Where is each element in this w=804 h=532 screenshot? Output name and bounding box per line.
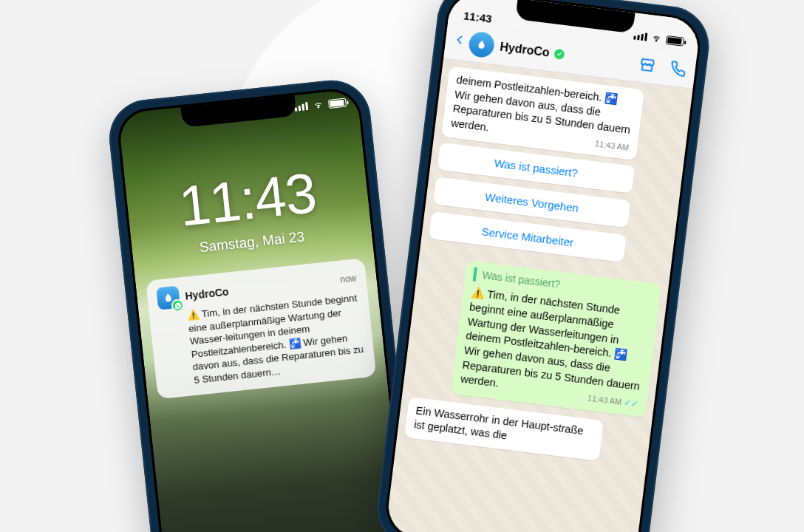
phone-call-icon[interactable] [669, 60, 687, 78]
message-timestamp: 11:43 AM✓✓ [587, 392, 639, 411]
cellular-icon [293, 100, 309, 115]
notification-timestamp: now [340, 273, 357, 284]
status-indicators [293, 96, 347, 115]
back-button[interactable] [453, 31, 466, 52]
battery-icon [666, 35, 684, 47]
svg-point-0 [318, 106, 319, 108]
read-receipt-icon: ✓✓ [623, 398, 639, 409]
app-icon [156, 286, 180, 310]
message-outgoing[interactable]: Was ist passiert? ⚠️ Tim, in der nächste… [451, 260, 661, 417]
wifi-icon [312, 100, 324, 111]
wifi-icon [650, 33, 663, 44]
svg-point-1 [655, 40, 657, 41]
store-icon[interactable] [638, 56, 657, 75]
message-timestamp: 11:43 AM [594, 138, 630, 154]
chat-messages[interactable]: deinem Postleitzahlen-bereich. 🚰 Wir geh… [385, 58, 692, 532]
whatsapp-badge-icon [171, 299, 185, 313]
notification-body: ⚠️ Tim, in der nächsten Stunde beginnt e… [186, 291, 366, 386]
status-time: 11:43 [463, 9, 492, 25]
contact-name[interactable]: HydroCo [499, 41, 640, 71]
verified-badge-icon [553, 47, 566, 61]
contact-avatar[interactable] [468, 31, 496, 59]
cellular-icon [632, 29, 648, 44]
notification-card[interactable]: HydroCo now ⚠️ Tim, in der nächsten Stun… [146, 258, 376, 399]
battery-icon [328, 98, 347, 109]
